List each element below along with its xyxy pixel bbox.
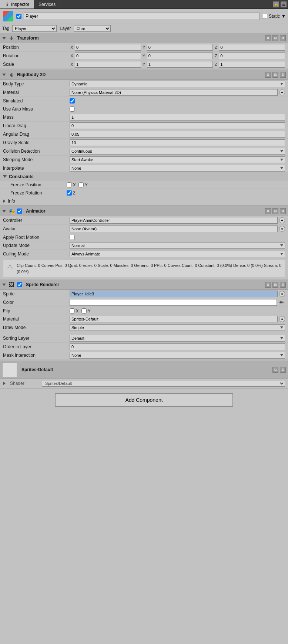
tag-label: Tag xyxy=(2,26,9,31)
animator-layout-btn[interactable]: ⊞ xyxy=(272,208,278,214)
gravity-scale-input[interactable] xyxy=(70,139,285,146)
sprite-renderer-collapse-icon[interactable] xyxy=(2,284,6,286)
flip-y-checkbox[interactable] xyxy=(81,308,87,313)
angular-drag-input[interactable] xyxy=(70,131,285,138)
rot-y-label: Y xyxy=(142,54,146,58)
animator-collapse-icon[interactable] xyxy=(2,210,6,213)
rigidbody2d-collapse-icon[interactable] xyxy=(2,74,6,76)
avatar-input[interactable] xyxy=(70,226,278,232)
apply-root-motion-checkbox[interactable] xyxy=(70,235,75,240)
static-checkbox[interactable] xyxy=(262,14,267,19)
tab-services[interactable]: Services xyxy=(34,0,60,9)
transform-collapse-icon[interactable] xyxy=(2,37,6,40)
avatar-circle-btn[interactable]: ● xyxy=(279,226,285,232)
tag-select[interactable]: Player xyxy=(12,25,57,32)
sprite-renderer-gear-btn[interactable]: ⚙ xyxy=(280,282,286,288)
animator-section: 🎭 Animator ⧉ ⊞ ⚙ Controller ● Avatar ● xyxy=(0,206,288,279)
gravity-scale-label: Gravity Scale xyxy=(3,140,70,145)
interpolate-row: Interpolate None xyxy=(0,164,288,173)
interpolate-select[interactable]: None xyxy=(70,165,285,172)
transform-gear-btn[interactable]: ⚙ xyxy=(280,35,286,41)
layer-select[interactable]: Char xyxy=(74,25,111,32)
sprite-renderer-header: 🖼 Sprite Renderer ⧉ ⊞ ⚙ xyxy=(0,280,288,290)
scale-y-input[interactable] xyxy=(147,61,213,68)
sprites-default-gear-btn[interactable]: ⚙ xyxy=(280,367,286,373)
rigidbody2d-layout-btn[interactable]: ⊞ xyxy=(272,72,278,78)
controller-input[interactable] xyxy=(70,217,278,224)
scale-z-input[interactable] xyxy=(219,61,285,68)
constraints-row: Constraints xyxy=(0,173,288,181)
update-mode-label: Update Mode xyxy=(3,243,70,248)
info-label: Info xyxy=(8,199,74,204)
angular-drag-row: Angular Drag xyxy=(0,130,288,139)
animator-copy-btn[interactable]: ⧉ xyxy=(265,208,271,214)
pos-x-input[interactable] xyxy=(75,44,141,51)
freeze-pos-y-checkbox[interactable] xyxy=(78,182,84,187)
sprite-renderer-layout-btn[interactable]: ⊞ xyxy=(272,282,278,288)
info-row: Info xyxy=(0,197,288,205)
order-in-layer-label: Order in Layer xyxy=(3,344,70,349)
rot-y-input[interactable] xyxy=(147,52,213,59)
mask-interaction-select[interactable]: None xyxy=(70,352,285,359)
linear-drag-input[interactable] xyxy=(70,122,285,129)
rb-material-input[interactable] xyxy=(70,89,278,96)
sprites-default-section: Sprites-Default ⧉ ⚙ Shader Sprites/Defau… xyxy=(0,361,288,389)
controller-circle-btn[interactable]: ● xyxy=(279,217,285,223)
collision-detection-select[interactable]: Continuous xyxy=(70,148,285,155)
layer-label: Layer xyxy=(60,26,71,31)
sr-material-input[interactable] xyxy=(70,316,278,322)
info-collapse-icon[interactable] xyxy=(3,199,6,203)
simulated-checkbox[interactable] xyxy=(70,98,75,104)
mask-interaction-row: Mask Interaction None xyxy=(0,351,288,360)
simulated-row: Simulated xyxy=(0,97,288,105)
constraints-collapse-icon[interactable] xyxy=(3,175,7,178)
transform-layout-btn[interactable]: ⊞ xyxy=(272,35,278,41)
static-dropdown-btn[interactable]: ▼ xyxy=(281,14,286,19)
rot-z-input[interactable] xyxy=(219,52,285,59)
menu-button[interactable]: ☰ xyxy=(281,1,287,7)
rot-x-input[interactable] xyxy=(75,52,141,59)
body-type-select[interactable]: Dynamic xyxy=(70,81,285,87)
use-auto-mass-checkbox[interactable] xyxy=(70,106,75,112)
shader-select[interactable]: Sprites/Default xyxy=(42,380,285,387)
rigidbody2d-gear-btn[interactable]: ⚙ xyxy=(280,72,286,78)
freeze-pos-x-checkbox[interactable] xyxy=(67,182,72,187)
shader-collapse-icon[interactable] xyxy=(3,382,6,385)
sr-material-circle-btn[interactable]: ● xyxy=(279,316,285,322)
lock-button[interactable]: 🔒 xyxy=(273,1,279,7)
sorting-layer-select[interactable]: Default xyxy=(70,335,285,342)
transform-copy-btn[interactable]: ⧉ xyxy=(265,35,271,41)
rb-material-circle-btn[interactable]: ● xyxy=(279,89,285,95)
animator-icon: 🎭 xyxy=(8,208,15,214)
animator-gear-btn[interactable]: ⚙ xyxy=(280,208,286,214)
tab-inspector[interactable]: ℹ Inspector xyxy=(0,0,34,9)
add-component-button[interactable]: Add Component xyxy=(55,393,233,407)
update-mode-select[interactable]: Normal xyxy=(70,242,285,249)
scale-z-label: Z xyxy=(214,62,218,67)
animator-warning-icon: ⚠ xyxy=(6,262,14,271)
sprite-circle-btn[interactable]: ● xyxy=(279,291,285,297)
order-in-layer-input[interactable] xyxy=(70,343,285,350)
controller-row: Controller ● xyxy=(0,216,288,225)
sprite-renderer-copy-btn[interactable]: ⧉ xyxy=(265,282,271,288)
scale-x-input[interactable] xyxy=(75,61,141,68)
pos-z-input[interactable] xyxy=(219,44,285,51)
sprite-input[interactable] xyxy=(70,291,278,297)
color-swatch[interactable] xyxy=(70,299,277,306)
rigidbody2d-copy-btn[interactable]: ⧉ xyxy=(265,72,271,78)
animator-enabled-checkbox[interactable] xyxy=(17,209,22,214)
sprite-renderer-enabled-checkbox[interactable] xyxy=(17,282,22,287)
pos-y-input[interactable] xyxy=(147,44,213,51)
draw-mode-select[interactable]: Simple xyxy=(70,324,285,331)
sleeping-mode-select[interactable]: Start Awake xyxy=(70,156,285,163)
flip-x-checkbox[interactable] xyxy=(70,308,75,313)
rigidbody2d-section: ⊕ Rigidbody 2D ⧉ ⊞ ⚙ Body Type Dynamic M… xyxy=(0,70,288,206)
culling-mode-select[interactable]: Always Animate xyxy=(70,251,285,257)
mass-input[interactable] xyxy=(70,114,285,121)
object-icon xyxy=(2,10,14,22)
sprites-default-copy-btn[interactable]: ⧉ xyxy=(272,367,278,373)
object-name-input[interactable] xyxy=(24,13,260,20)
freeze-rot-z-checkbox[interactable] xyxy=(67,190,72,196)
color-pencil-btn[interactable]: ✏ xyxy=(278,299,285,306)
object-enabled-checkbox[interactable] xyxy=(16,14,21,19)
